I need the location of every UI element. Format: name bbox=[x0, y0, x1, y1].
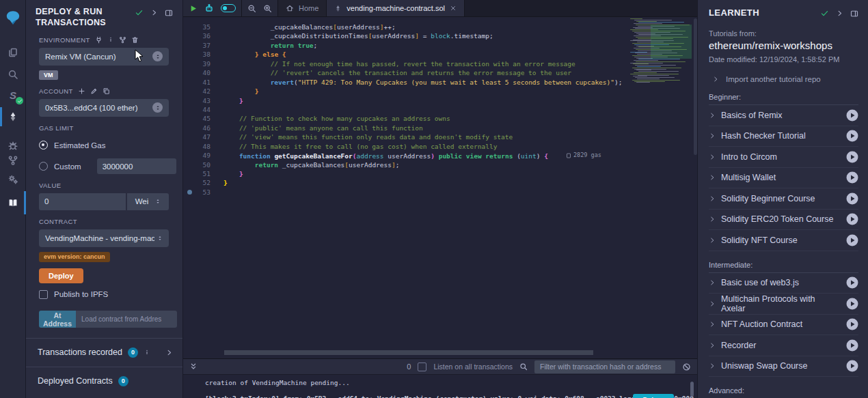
code-line[interactable]: 42 } bbox=[183, 87, 697, 96]
code-line[interactable]: 39 // If not enough time has passed, rev… bbox=[183, 59, 697, 68]
tab-home[interactable]: Home bbox=[278, 0, 327, 16]
value-input[interactable] bbox=[39, 193, 126, 210]
code-line[interactable]: 41 revert("HTTP 429: Too Many Cupcakes (… bbox=[183, 78, 697, 87]
contract-select[interactable]: VendingMachine - vending-machin bbox=[39, 229, 169, 247]
deploy-button[interactable]: Deploy bbox=[39, 268, 83, 283]
code-line[interactable]: 38 } else { bbox=[183, 50, 697, 59]
deploy-run-icon[interactable] bbox=[0, 106, 26, 127]
transactions-recorded-row[interactable]: Transactions recorded 0 bbox=[26, 339, 182, 367]
start-tutorial-play-button[interactable] bbox=[846, 339, 858, 352]
delete-state-icon[interactable] bbox=[131, 36, 139, 44]
custom-gas-input[interactable] bbox=[97, 158, 176, 174]
start-tutorial-play-button[interactable] bbox=[846, 298, 858, 310]
add-account-icon[interactable] bbox=[78, 87, 85, 95]
line-number[interactable]: 40 bbox=[183, 68, 211, 77]
line-number[interactable]: 52 bbox=[183, 178, 211, 187]
start-tutorial-play-button[interactable] bbox=[846, 151, 858, 163]
code-line[interactable]: 53 bbox=[183, 188, 697, 197]
line-number[interactable]: 36 bbox=[183, 31, 211, 40]
close-tab-icon[interactable] bbox=[450, 5, 457, 12]
line-number[interactable]: 45 bbox=[183, 114, 211, 123]
custom-gas-radio[interactable] bbox=[39, 162, 48, 171]
environment-info-icon[interactable] bbox=[107, 36, 114, 43]
listen-all-checkbox[interactable] bbox=[418, 363, 426, 371]
publish-ipfs-option[interactable]: Publish to IPFS bbox=[39, 290, 169, 299]
start-tutorial-play-button[interactable] bbox=[846, 213, 858, 225]
line-number[interactable]: 41 bbox=[183, 78, 211, 87]
start-tutorial-play-button[interactable] bbox=[846, 171, 858, 184]
panel-pin-icon[interactable] bbox=[165, 9, 173, 17]
value-unit-select[interactable]: Wei bbox=[127, 193, 169, 210]
import-tutorial-repo[interactable]: Import another tutorial repo bbox=[709, 75, 858, 83]
debug-button[interactable]: Debug bbox=[633, 394, 674, 398]
learneth-plugin-icon[interactable] bbox=[0, 193, 26, 213]
code-line[interactable]: 40 // 'revert' cancels the transaction a… bbox=[183, 68, 697, 77]
terminal-scrollbar[interactable] bbox=[690, 382, 694, 397]
at-address-input[interactable] bbox=[76, 311, 177, 328]
tutorial-item[interactable]: NFT Auction Contract bbox=[709, 315, 858, 336]
line-number[interactable]: 50 bbox=[183, 160, 211, 169]
learneth-collapse-icon[interactable] bbox=[836, 10, 843, 17]
remix-logo-icon[interactable] bbox=[0, 4, 26, 31]
copy-account-icon[interactable] bbox=[103, 87, 110, 95]
environment-select[interactable]: Remix VM (Cancun) bbox=[39, 48, 169, 66]
git-icon[interactable] bbox=[0, 150, 26, 171]
line-number[interactable]: 49 bbox=[183, 151, 211, 160]
code-line[interactable]: 46 // 'public' means anyone can call thi… bbox=[183, 124, 697, 132]
at-address-button[interactable]: At Address bbox=[39, 311, 76, 328]
code-editor[interactable]: 35 _cupcakeBalances[userAddress]++;36 _c… bbox=[183, 17, 697, 197]
tutorial-item[interactable]: Uniswap Swap Course bbox=[709, 356, 858, 378]
code-line[interactable]: 45 // Function to check how many cupcake… bbox=[183, 114, 697, 123]
tutorial-item[interactable]: Basic use of web3.js bbox=[709, 273, 858, 294]
line-number[interactable]: 38 bbox=[183, 50, 211, 59]
code-line[interactable]: 43 } bbox=[183, 96, 697, 105]
code-line[interactable]: 44 bbox=[183, 105, 697, 114]
fork-state-icon[interactable] bbox=[119, 36, 126, 44]
estimated-gas-option[interactable]: Estimated Gas bbox=[39, 138, 169, 153]
tutorial-item[interactable]: Hash Checker Tutorial bbox=[709, 126, 858, 147]
terminal-search-icon[interactable] bbox=[519, 363, 528, 371]
code-line[interactable]: 37 return true; bbox=[183, 41, 697, 50]
estimated-gas-radio[interactable] bbox=[39, 141, 48, 150]
start-tutorial-play-button[interactable] bbox=[846, 109, 858, 122]
start-tutorial-play-button[interactable] bbox=[846, 193, 858, 205]
terminal-output[interactable]: creation of VendingMachine pending... [b… bbox=[183, 375, 697, 398]
zoom-in-button[interactable] bbox=[263, 4, 272, 13]
start-tutorial-play-button[interactable] bbox=[846, 360, 858, 372]
tutorial-item[interactable]: Solidity ERC20 Token Course bbox=[709, 210, 858, 231]
line-number[interactable]: 48 bbox=[183, 142, 211, 151]
tutorial-item[interactable]: Recorder bbox=[709, 335, 858, 356]
line-number[interactable]: 43 bbox=[183, 96, 211, 105]
line-number[interactable]: 35 bbox=[183, 23, 211, 31]
copilot-toggle[interactable] bbox=[221, 4, 236, 12]
sign-message-icon[interactable] bbox=[90, 87, 98, 95]
plugin-settings-icon[interactable] bbox=[0, 169, 26, 190]
transactions-info-icon[interactable] bbox=[144, 349, 150, 356]
file-explorer-icon[interactable] bbox=[0, 42, 26, 63]
line-number[interactable]: 46 bbox=[183, 124, 211, 132]
code-line[interactable]: 52} bbox=[183, 178, 697, 187]
tutorial-item[interactable]: Solidity Beginner Course bbox=[709, 188, 858, 210]
tab-vending-machine-contract[interactable]: vending-machine-contract.sol bbox=[327, 0, 465, 16]
start-tutorial-play-button[interactable] bbox=[846, 234, 858, 246]
tutorial-item[interactable]: Intro to Circom bbox=[709, 147, 858, 168]
deployed-contracts-row[interactable]: Deployed Contracts 0 bbox=[26, 367, 182, 395]
clear-terminal-icon[interactable] bbox=[682, 363, 691, 371]
line-number[interactable]: 44 bbox=[183, 105, 211, 114]
tutorial-item[interactable]: Basics of Remix bbox=[709, 105, 858, 126]
start-tutorial-play-button[interactable] bbox=[846, 318, 858, 330]
code-line[interactable]: 35 _cupcakeBalances[userAddress]++; bbox=[183, 23, 697, 31]
line-number[interactable]: 39 bbox=[183, 59, 211, 68]
solidity-compiler-icon[interactable]: S bbox=[0, 85, 26, 105]
panel-collapse-icon[interactable] bbox=[150, 9, 158, 16]
tutorial-item[interactable]: Solidity NFT Course bbox=[709, 230, 858, 251]
line-number[interactable]: 51 bbox=[183, 169, 211, 178]
line-number[interactable]: 47 bbox=[183, 132, 211, 141]
tutorial-item[interactable]: Multisig Wallet bbox=[709, 168, 858, 189]
start-tutorial-play-button[interactable] bbox=[846, 276, 858, 289]
account-select[interactable]: 0x5B3...eddC4 (100 ether) bbox=[39, 99, 169, 117]
code-line[interactable]: 50 return _cupcakeBalances[userAddress]; bbox=[183, 160, 697, 169]
start-tutorial-play-button[interactable] bbox=[846, 130, 858, 142]
tutorial-item[interactable]: Multichain Protocols with Axelar bbox=[709, 294, 858, 315]
plug-icon[interactable] bbox=[95, 36, 103, 44]
